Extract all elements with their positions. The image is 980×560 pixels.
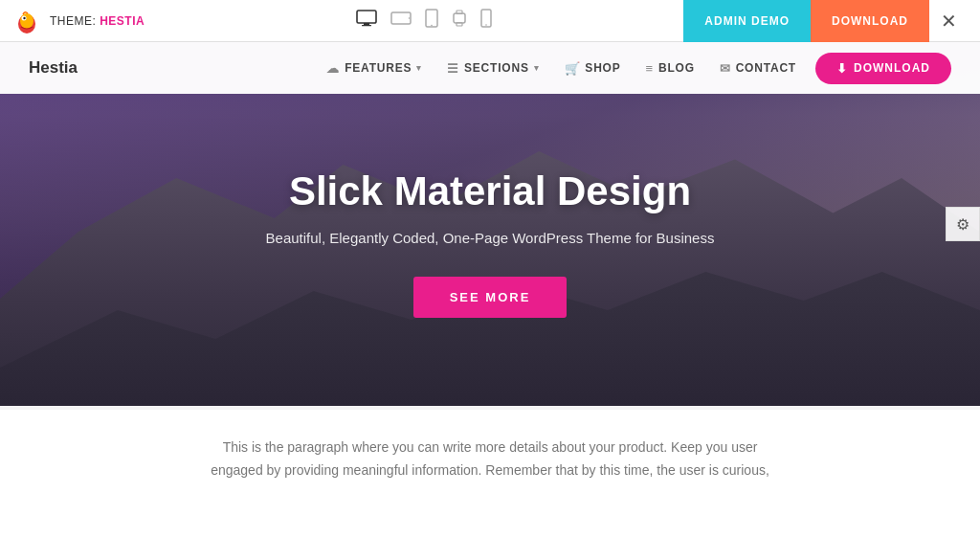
top-bar: THEME: HESTIA ADMIN DEMO DOWNLOAD ✕ <box>0 0 980 42</box>
mail-icon: ✉ <box>720 61 731 76</box>
svg-rect-8 <box>391 12 411 24</box>
desktop-icon[interactable] <box>356 10 377 32</box>
top-bar-actions: ADMIN DEMO DOWNLOAD ✕ <box>683 0 969 42</box>
tablet-portrait-icon[interactable] <box>425 9 438 33</box>
download-top-button[interactable]: DOWNLOAD <box>811 0 929 42</box>
download-nav-button[interactable]: ⬇ DOWNLOAD <box>815 53 951 84</box>
svg-point-11 <box>431 25 433 27</box>
cloud-icon: ☁ <box>326 61 340 76</box>
download-nav-icon: ⬇ <box>836 61 848 76</box>
hero-section: Slick Material Design Beautiful, Elegant… <box>0 42 980 406</box>
svg-point-4 <box>23 16 25 18</box>
svg-rect-13 <box>457 11 462 14</box>
svg-rect-10 <box>426 10 437 27</box>
nav-blog[interactable]: ≡ BLOG <box>636 56 704 81</box>
close-button[interactable]: ✕ <box>929 0 969 42</box>
nav-contact[interactable]: ✉ CONTACT <box>710 56 806 81</box>
nav-shop[interactable]: 🛒 SHOP <box>555 56 631 81</box>
site-logo: Hestia <box>29 58 78 78</box>
settings-button[interactable]: ⚙ <box>946 207 980 241</box>
device-icons-group <box>165 9 683 33</box>
logo-area: THEME: HESTIA <box>11 6 165 36</box>
svg-point-16 <box>485 24 487 26</box>
nav-links: ☁ FEATURES ▾ ☰ SECTIONS ▾ 🛒 SHOP ≡ BLOG … <box>317 56 806 81</box>
admin-demo-button[interactable]: ADMIN DEMO <box>683 0 811 42</box>
svg-rect-14 <box>457 23 462 27</box>
hero-content: Slick Material Design Beautiful, Elegant… <box>247 168 734 318</box>
svg-rect-5 <box>357 11 376 23</box>
gear-icon: ⚙ <box>956 215 969 234</box>
cart-icon: 🛒 <box>565 61 581 76</box>
chevron-sections: ▾ <box>534 63 540 73</box>
hero-title: Slick Material Design <box>266 168 715 214</box>
sections-icon: ☰ <box>447 61 459 76</box>
site-nav: Hestia ☁ FEATURES ▾ ☰ SECTIONS ▾ 🛒 SHOP … <box>0 42 980 94</box>
tablet-landscape-icon[interactable] <box>390 11 412 31</box>
svg-point-2 <box>20 13 33 29</box>
nav-sections[interactable]: ☰ SECTIONS ▾ <box>437 56 548 81</box>
see-more-button[interactable]: SEE MORE <box>413 277 568 318</box>
parrot-logo-icon <box>11 6 42 36</box>
theme-label: THEME: HESTIA <box>50 14 145 28</box>
below-hero-section: This is the paragraph where you can writ… <box>0 406 980 508</box>
blog-icon: ≡ <box>646 61 654 76</box>
svg-point-9 <box>409 17 411 19</box>
watch-icon[interactable] <box>452 9 467 33</box>
svg-rect-6 <box>364 23 369 25</box>
svg-rect-7 <box>362 25 371 26</box>
below-text: This is the paragraph where you can writ… <box>203 437 777 482</box>
chevron-features: ▾ <box>416 63 422 73</box>
mobile-icon[interactable] <box>480 9 492 33</box>
svg-rect-12 <box>454 13 465 23</box>
nav-features[interactable]: ☁ FEATURES ▾ <box>317 56 432 81</box>
hero-subtitle: Beautiful, Elegantly Coded, One-Page Wor… <box>266 230 715 246</box>
